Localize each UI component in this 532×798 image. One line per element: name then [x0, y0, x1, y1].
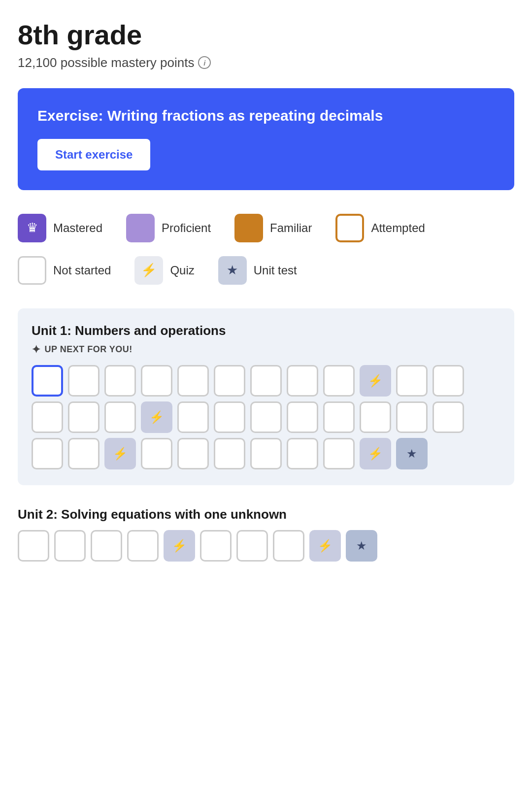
skill-cell[interactable] — [432, 401, 464, 433]
unit-test-icon: ★ — [218, 256, 247, 285]
skill-cell[interactable] — [141, 438, 172, 469]
mastered-icon: ♛ — [18, 214, 46, 242]
skill-cell[interactable] — [127, 530, 159, 562]
skill-cell[interactable] — [396, 365, 428, 397]
skill-cell[interactable] — [18, 530, 49, 562]
skill-cell[interactable] — [104, 365, 136, 397]
unit-test-label: Unit test — [254, 264, 297, 277]
skill-cell[interactable] — [287, 438, 318, 469]
skill-cell[interactable] — [32, 401, 63, 433]
skill-cell[interactable] — [54, 530, 86, 562]
unit1-title: Unit 1: Numbers and operations — [32, 323, 500, 338]
skill-cell[interactable] — [214, 401, 245, 433]
skill-cell[interactable] — [250, 438, 282, 469]
legend-item-unit-test: ★ Unit test — [218, 256, 297, 285]
exercise-banner: Exercise: Writing fractions as repeating… — [18, 88, 514, 190]
quiz-skill-cell[interactable]: ⚡ — [141, 401, 172, 433]
attempted-icon — [335, 214, 364, 242]
quiz-skill-cell[interactable]: ⚡ — [104, 438, 136, 469]
skill-cell[interactable] — [432, 365, 464, 397]
skill-cell[interactable] — [396, 401, 428, 433]
skill-cell[interactable] — [323, 438, 355, 469]
unit1-section: Unit 1: Numbers and operations ✦ UP NEXT… — [18, 308, 514, 485]
exercise-banner-title: Exercise: Writing fractions as repeating… — [37, 106, 495, 125]
skill-cell[interactable] — [68, 438, 100, 469]
quiz-skill-cell[interactable]: ⚡ — [360, 365, 391, 397]
skill-cell[interactable] — [250, 365, 282, 397]
mastered-label: Mastered — [53, 221, 102, 235]
familiar-label: Familiar — [270, 221, 312, 235]
legend-item-mastered: ♛ Mastered — [18, 214, 102, 242]
skill-cell[interactable] — [360, 401, 391, 433]
skill-cell[interactable] — [323, 401, 355, 433]
quiz-skill-cell[interactable]: ⚡ — [164, 530, 195, 562]
skill-cell[interactable] — [91, 530, 122, 562]
skill-cell[interactable] — [214, 365, 245, 397]
skill-cell[interactable] — [68, 365, 100, 397]
info-icon[interactable]: i — [198, 56, 211, 69]
sparkle-icon: ✦ — [32, 343, 41, 356]
skill-cell[interactable] — [32, 438, 63, 469]
skill-cell[interactable] — [214, 438, 245, 469]
skill-cell[interactable] — [236, 530, 268, 562]
unit2-title: Unit 2: Solving equations with one unkno… — [18, 507, 514, 522]
unit2-row1: ⚡ ⚡ ★ — [18, 530, 514, 562]
legend: ♛ Mastered Proficient Familiar Attempted… — [18, 214, 514, 285]
legend-item-familiar: Familiar — [234, 214, 312, 242]
unit-test-skill-cell[interactable]: ★ — [396, 438, 428, 469]
legend-item-not-started: Not started — [18, 256, 111, 285]
unit1-up-next: ✦ UP NEXT FOR YOU! — [32, 343, 500, 356]
unit1-row2: ⚡ — [32, 401, 500, 433]
quiz-label: Quiz — [170, 264, 194, 277]
mastery-points-text: 12,100 possible mastery points — [18, 55, 194, 70]
legend-item-attempted: Attempted — [335, 214, 425, 242]
skill-cell[interactable] — [273, 530, 304, 562]
familiar-icon — [234, 214, 263, 242]
skill-cell[interactable] — [32, 365, 63, 397]
skill-cell[interactable] — [287, 401, 318, 433]
mastery-points-row: 12,100 possible mastery points i — [18, 55, 514, 70]
not-started-icon — [18, 256, 46, 285]
quiz-skill-cell[interactable]: ⚡ — [309, 530, 341, 562]
unit-test-skill-cell[interactable]: ★ — [346, 530, 377, 562]
skill-cell[interactable] — [200, 530, 232, 562]
skill-cell[interactable] — [177, 365, 209, 397]
legend-item-quiz: ⚡ Quiz — [134, 256, 194, 285]
start-exercise-button[interactable]: Start exercise — [37, 139, 150, 170]
skill-cell[interactable] — [177, 401, 209, 433]
not-started-label: Not started — [53, 264, 111, 277]
skill-cell[interactable] — [323, 365, 355, 397]
skill-cell[interactable] — [250, 401, 282, 433]
page-title: 8th grade — [18, 20, 514, 50]
proficient-icon — [126, 214, 155, 242]
quiz-skill-cell[interactable]: ⚡ — [360, 438, 391, 469]
unit1-row1: ⚡ — [32, 365, 500, 397]
skill-cell[interactable] — [177, 438, 209, 469]
unit1-row3: ⚡ ⚡ ★ — [32, 438, 500, 469]
skill-cell[interactable] — [141, 365, 172, 397]
legend-item-proficient: Proficient — [126, 214, 211, 242]
proficient-label: Proficient — [162, 221, 211, 235]
unit2-section: Unit 2: Solving equations with one unkno… — [18, 495, 514, 566]
skill-cell[interactable] — [287, 365, 318, 397]
skill-cell[interactable] — [104, 401, 136, 433]
up-next-label: UP NEXT FOR YOU! — [45, 344, 133, 355]
attempted-label: Attempted — [371, 221, 425, 235]
skill-cell[interactable] — [68, 401, 100, 433]
quiz-icon: ⚡ — [134, 256, 163, 285]
